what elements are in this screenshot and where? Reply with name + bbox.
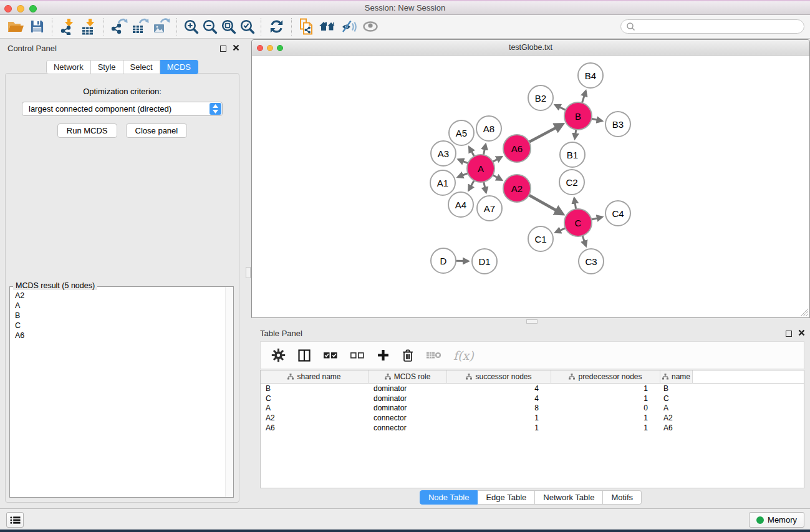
graph-node-B[interactable]: B [564, 102, 592, 130]
close-table-panel-icon[interactable] [798, 329, 805, 338]
column-header-name[interactable]: name [660, 370, 693, 384]
graph-node-A2[interactable]: A2 [503, 174, 531, 203]
mcds-result-item[interactable]: C [15, 321, 228, 331]
task-history-button[interactable] [6, 512, 24, 528]
graph-node-B3[interactable]: B3 [605, 111, 631, 137]
close-panel-icon[interactable] [233, 44, 239, 53]
select-all-rows-icon[interactable] [323, 351, 338, 360]
graph-node-A6[interactable]: A6 [503, 134, 531, 163]
run-mcds-button[interactable]: Run MCDS [57, 123, 117, 138]
duplicate-network-icon[interactable] [296, 17, 317, 37]
result-scrollbar[interactable] [225, 287, 233, 497]
tab-motifs[interactable]: Motifs [603, 490, 642, 505]
delete-column-icon[interactable] [402, 348, 414, 362]
graph-node-A8[interactable]: A8 [476, 115, 502, 142]
network-canvas[interactable]: B4B2BB3A8A5A6A3B1AC2A1A2A4A7C4CC1DC3D1 [252, 56, 809, 317]
resize-grip-icon[interactable] [800, 308, 809, 317]
float-panel-icon[interactable] [220, 46, 226, 52]
column-header-successor-nodes[interactable]: successor nodes [447, 370, 551, 384]
tab-mcds[interactable]: MCDS [160, 60, 198, 74]
graph-node-A3[interactable]: A3 [430, 140, 456, 167]
zoom-window-button[interactable] [29, 5, 37, 12]
minimize-network-button[interactable] [267, 45, 273, 51]
memory-label: Memory [768, 515, 797, 525]
table-row-B[interactable]: Bdominator41B [261, 384, 804, 394]
toolbar-separator [291, 18, 292, 36]
export-image-icon[interactable] [151, 17, 172, 37]
graph-node-A[interactable]: A [466, 154, 495, 183]
export-table-icon[interactable] [130, 17, 151, 37]
zoom-selected-icon[interactable] [238, 17, 256, 37]
criterion-dropdown[interactable]: largest connected component (directed) [22, 102, 223, 116]
tab-network[interactable]: Network [46, 60, 91, 74]
close-network-button[interactable] [257, 45, 263, 51]
node-table: shared nameMCDS rolesuccessor nodesprede… [260, 370, 804, 488]
open-file-icon[interactable] [5, 17, 26, 37]
search-input[interactable] [635, 22, 799, 31]
save-session-icon[interactable] [26, 17, 47, 37]
table-options-icon[interactable] [271, 348, 286, 362]
graph-node-C[interactable]: C [564, 208, 592, 237]
tab-style[interactable]: Style [91, 60, 123, 74]
minimize-window-button[interactable] [17, 5, 24, 12]
dropdown-stepper-icon [210, 103, 221, 115]
application-window: Session: New Session [0, 0, 810, 530]
zoom-network-button[interactable] [277, 45, 283, 51]
search-icon [626, 22, 635, 31]
graph-node-A7[interactable]: A7 [476, 195, 503, 221]
table-panel: Table Panel [251, 324, 810, 507]
add-column-icon[interactable] [377, 349, 390, 362]
table-cell: 1 [551, 384, 660, 393]
graph-node-D1[interactable]: D1 [471, 248, 498, 274]
table-row-A[interactable]: Adominator80A [261, 404, 804, 414]
graph-node-A5[interactable]: A5 [448, 120, 475, 146]
graph-node-B1[interactable]: B1 [559, 142, 586, 168]
mcds-result-list[interactable]: A2ABCA6 [10, 287, 233, 344]
import-table-icon[interactable] [78, 17, 99, 37]
mcds-result-item[interactable]: A2 [15, 291, 228, 301]
table-row-A2[interactable]: A2connector11A2 [261, 413, 804, 423]
horizontal-split-handle[interactable] [526, 319, 538, 324]
import-network-icon[interactable] [57, 17, 78, 37]
optimization-criterion-label: Optimization criterion: [6, 87, 239, 96]
tab-node-table[interactable]: Node Table [420, 490, 478, 505]
refresh-view-icon[interactable] [266, 17, 287, 37]
delete-table-icon[interactable] [426, 350, 441, 360]
table-row-A6[interactable]: A6connector11A6 [261, 423, 804, 433]
mcds-result-item[interactable]: A [15, 301, 228, 311]
tab-select[interactable]: Select [123, 60, 160, 74]
close-panel-button[interactable]: Close panel [126, 123, 188, 138]
graph-node-D[interactable]: D [430, 248, 456, 274]
close-window-button[interactable] [4, 5, 12, 12]
column-header-predecessor-nodes[interactable]: predecessor nodes [551, 370, 660, 384]
vertical-split-handle[interactable] [246, 267, 251, 278]
graph-node-B4[interactable]: B4 [577, 62, 604, 89]
table-cell: dominator [369, 384, 447, 393]
export-network-icon[interactable] [108, 17, 130, 37]
mcds-result-item[interactable]: B [15, 311, 228, 321]
float-table-panel-icon[interactable] [786, 331, 792, 337]
hide-selected-icon[interactable] [339, 17, 360, 37]
zoom-in-icon[interactable] [181, 17, 200, 37]
graph-node-C3[interactable]: C3 [578, 248, 604, 274]
column-header-MCDS-role[interactable]: MCDS role [369, 370, 447, 384]
mcds-result-item[interactable]: A6 [15, 331, 228, 341]
column-header-shared-name[interactable]: shared name [261, 370, 369, 384]
graph-node-C2[interactable]: C2 [559, 169, 585, 195]
first-neighbors-icon[interactable] [317, 17, 339, 37]
memory-button[interactable]: Memory [749, 512, 804, 528]
graph-node-A1[interactable]: A1 [430, 170, 456, 196]
tab-network-table[interactable]: Network Table [535, 490, 603, 505]
table-row-C[interactable]: Cdominator41C [261, 394, 804, 404]
tab-edge-table[interactable]: Edge Table [478, 490, 535, 505]
graph-node-C4[interactable]: C4 [605, 200, 631, 226]
show-all-icon[interactable] [360, 17, 381, 37]
zoom-fit-icon[interactable] [219, 17, 238, 37]
zoom-out-icon[interactable] [200, 17, 219, 37]
graph-node-A4[interactable]: A4 [448, 191, 474, 218]
graph-node-B2[interactable]: B2 [528, 85, 554, 111]
show-columns-icon[interactable] [297, 349, 311, 362]
function-builder-icon[interactable]: f(x) [453, 349, 474, 362]
deselect-all-rows-icon[interactable] [350, 351, 365, 360]
graph-node-C1[interactable]: C1 [528, 226, 554, 252]
